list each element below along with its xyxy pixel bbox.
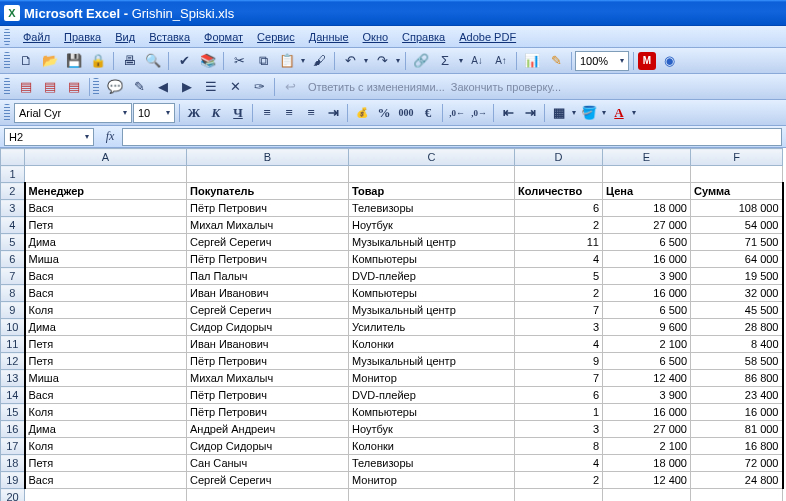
cell[interactable]: Компьютеры [349,404,515,421]
underline-button[interactable]: Ч [227,102,249,124]
menu-data[interactable]: Данные [302,29,356,45]
cell[interactable]: Михал Михалыч [187,370,349,387]
cell[interactable]: 18 000 [603,455,691,472]
cell[interactable]: 4 [515,455,603,472]
chevron-down-icon[interactable]: ▾ [457,56,465,65]
cell[interactable]: 45 500 [691,302,783,319]
row-header[interactable]: 10 [1,319,25,336]
cell[interactable]: Музыкальный центр [349,234,515,251]
cell[interactable]: 3 [515,421,603,438]
cell[interactable]: 7 [515,370,603,387]
permission-icon[interactable]: 🔒 [87,50,109,72]
open-icon[interactable]: 📂 [39,50,61,72]
cell[interactable]: Товар [349,183,515,200]
cell[interactable] [349,166,515,183]
cell[interactable]: 58 500 [691,353,783,370]
cell[interactable]: 24 800 [691,472,783,489]
sort-asc-icon[interactable]: A↓ [466,50,488,72]
percent-icon[interactable]: % [373,102,395,124]
cell[interactable]: 9 600 [603,319,691,336]
align-left-icon[interactable]: ≡ [256,102,278,124]
cell[interactable]: 108 000 [691,200,783,217]
cell[interactable]: Компьютеры [349,251,515,268]
research-icon[interactable]: 📚 [197,50,219,72]
cell[interactable]: 2 [515,217,603,234]
comment-next-icon[interactable]: ▶ [176,76,198,98]
cell[interactable]: Сидор Сидорыч [187,438,349,455]
comment-delete-icon[interactable]: ✕ [224,76,246,98]
cell[interactable]: Вася [25,387,187,404]
fill-color-icon[interactable]: 🪣 [578,102,600,124]
chevron-down-icon[interactable]: ▾ [630,108,638,117]
cell[interactable]: Иван Иванович [187,285,349,302]
hyperlink-icon[interactable]: 🔗 [410,50,432,72]
row-header[interactable]: 8 [1,285,25,302]
cell[interactable]: Коля [25,302,187,319]
cell[interactable]: 16 000 [691,404,783,421]
cell[interactable]: 28 800 [691,319,783,336]
cell[interactable]: Сан Саныч [187,455,349,472]
cell[interactable]: Телевизоры [349,200,515,217]
copy-icon[interactable]: ⧉ [252,50,274,72]
row-header[interactable]: 4 [1,217,25,234]
row-header[interactable]: 6 [1,251,25,268]
pdf-icon[interactable]: ▤ [15,76,37,98]
cell[interactable]: Петя [25,217,187,234]
cell[interactable]: 2 [515,472,603,489]
cell[interactable]: Иван Иванович [187,336,349,353]
cell[interactable]: Сумма [691,183,783,200]
row-header[interactable]: 17 [1,438,25,455]
cell[interactable]: 86 800 [691,370,783,387]
col-header-D[interactable]: D [515,149,603,166]
cell[interactable]: 72 000 [691,455,783,472]
cell[interactable]: Усилитель [349,319,515,336]
row-header[interactable]: 11 [1,336,25,353]
cell[interactable]: Ноутбук [349,217,515,234]
cell[interactable]: 19 500 [691,268,783,285]
cell[interactable]: Количество [515,183,603,200]
cell[interactable]: DVD-плейер [349,387,515,404]
cell[interactable]: Миша [25,370,187,387]
cell[interactable]: 8 [515,438,603,455]
cell[interactable]: 16 000 [603,251,691,268]
cell[interactable]: 11 [515,234,603,251]
row-header[interactable]: 1 [1,166,25,183]
cell[interactable]: Цена [603,183,691,200]
chevron-down-icon[interactable]: ▾ [362,56,370,65]
row-header[interactable]: 18 [1,455,25,472]
borders-icon[interactable]: ▦ [548,102,570,124]
cell[interactable]: 64 000 [691,251,783,268]
row-header[interactable]: 20 [1,489,25,502]
cell[interactable]: Колонки [349,438,515,455]
row-header[interactable]: 16 [1,421,25,438]
comment-show-icon[interactable]: ☰ [200,76,222,98]
menu-tools[interactable]: Сервис [250,29,302,45]
align-center-icon[interactable]: ≡ [278,102,300,124]
zoom-combo[interactable]: 100%▾ [575,51,629,71]
chevron-down-icon[interactable]: ▾ [299,56,307,65]
cell[interactable]: 4 [515,336,603,353]
cell[interactable]: 6 500 [603,302,691,319]
cell[interactable]: Сергей Серегич [187,234,349,251]
cell[interactable]: Петя [25,336,187,353]
cell[interactable]: 12 400 [603,472,691,489]
chart-icon[interactable]: 📊 [521,50,543,72]
cell[interactable]: 16 000 [603,285,691,302]
chevron-down-icon[interactable]: ▾ [394,56,402,65]
row-header[interactable]: 14 [1,387,25,404]
chevron-down-icon[interactable]: ▾ [600,108,608,117]
cell[interactable]: Коля [25,404,187,421]
cell[interactable]: 8 400 [691,336,783,353]
cell[interactable]: Дима [25,421,187,438]
select-all-corner[interactable] [1,149,25,166]
cell[interactable]: 6 500 [603,353,691,370]
cell[interactable]: 3 [515,319,603,336]
cell[interactable]: 4 [515,251,603,268]
cell[interactable] [25,166,187,183]
bold-button[interactable]: Ж [183,102,205,124]
new-icon[interactable]: 🗋 [15,50,37,72]
name-box[interactable]: H2▾ [4,128,94,146]
cell[interactable]: 2 [515,285,603,302]
cell[interactable]: Дима [25,319,187,336]
pdf-mail-icon[interactable]: ▤ [39,76,61,98]
